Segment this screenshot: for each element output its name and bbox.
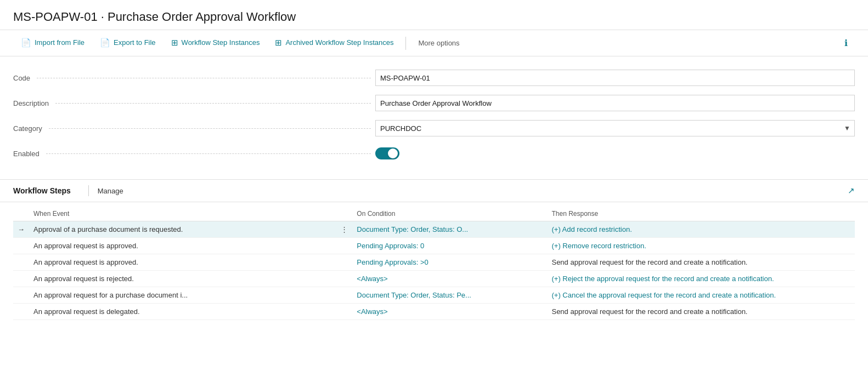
row-then-response[interactable]: (+) Cancel the approval request for the …: [547, 287, 855, 304]
category-select[interactable]: PURCHDOC: [375, 120, 855, 136]
code-row: Code: [13, 67, 855, 88]
description-label: Description: [13, 99, 375, 107]
page-title: MS-POAPW-01 · Purchase Order Approval Wo…: [13, 10, 855, 24]
row-on-condition[interactable]: Document Type: Order, Status: O...: [352, 221, 547, 238]
row-context-menu-button: [336, 304, 352, 320]
row-when-event: An approval request is delegated.: [29, 304, 336, 320]
row-arrow: →: [13, 221, 29, 238]
import-from-file-button[interactable]: 📄 Import from File: [13, 30, 92, 56]
row-then-response: Send approval request for the record and…: [547, 254, 855, 271]
row-on-condition[interactable]: Document Type: Order, Status: Pe...: [352, 287, 547, 304]
category-select-wrap: PURCHDOC ▼: [375, 120, 855, 136]
form-section: Code Description Category PURCHDOC ▼ Ena…: [0, 56, 868, 180]
workflow-steps-title: Workflow Steps: [13, 186, 80, 195]
row-arrow: [13, 287, 29, 304]
table-header-row: When Event On Condition Then Response: [13, 207, 855, 221]
export-to-file-button[interactable]: 📄 Export to File: [92, 30, 164, 56]
col-when-event-header: When Event: [29, 207, 336, 221]
row-on-condition[interactable]: <Always>: [352, 304, 547, 320]
archived-workflow-step-instances-button[interactable]: ⊞ Archived Workflow Step Instances: [267, 30, 401, 56]
row-when-event: Approval of a purchase document is reque…: [29, 221, 336, 238]
row-arrow: [13, 254, 29, 271]
expand-icon[interactable]: ↗: [848, 186, 855, 196]
row-on-condition[interactable]: Pending Approvals: 0: [352, 238, 547, 254]
row-context-menu-button: [336, 271, 352, 287]
more-options-button[interactable]: More options: [410, 30, 467, 56]
row-then-response[interactable]: (+) Remove record restriction.: [547, 238, 855, 254]
description-row: Description: [13, 93, 855, 113]
import-icon: 📄: [21, 38, 31, 48]
table-body: →Approval of a purchase document is requ…: [13, 221, 855, 320]
toggle-knob: [388, 149, 398, 158]
table-row: An approval request is approved.Pending …: [13, 238, 855, 254]
row-when-event: An approval request for a purchase docum…: [29, 287, 336, 304]
code-input[interactable]: [375, 70, 855, 86]
row-when-event: An approval request is approved.: [29, 254, 336, 271]
table-icon-1: ⊞: [171, 38, 178, 48]
workflow-steps-header: Workflow Steps Manage ↗: [0, 180, 868, 202]
row-arrow: [13, 238, 29, 254]
row-context-menu-button: [336, 254, 352, 271]
enabled-row: Enabled: [13, 143, 855, 164]
toolbar: 📄 Import from File 📄 Export to File ⊞ Wo…: [0, 30, 868, 56]
page-header: MS-POAPW-01 · Purchase Order Approval Wo…: [0, 0, 868, 30]
workflow-steps-table-wrap: When Event On Condition Then Response →A…: [0, 202, 868, 329]
table-row: An approval request is rejected.<Always>…: [13, 271, 855, 287]
col-on-condition-header: On Condition: [352, 207, 547, 221]
info-button[interactable]: ℹ: [837, 35, 855, 52]
category-label: Category: [13, 124, 375, 133]
workflow-step-instances-button[interactable]: ⊞ Workflow Step Instances: [164, 30, 268, 56]
row-when-event: An approval request is approved.: [29, 238, 336, 254]
table-row: An approval request is approved.Pending …: [13, 254, 855, 271]
row-context-menu-button: [336, 287, 352, 304]
row-arrow: [13, 304, 29, 320]
table-row: An approval request for a purchase docum…: [13, 287, 855, 304]
enabled-toggle-wrap: [375, 147, 399, 159]
table-icon-2: ⊞: [275, 38, 282, 48]
table-row: →Approval of a purchase document is requ…: [13, 221, 855, 238]
table-row: An approval request is delegated.<Always…: [13, 304, 855, 320]
row-when-event: An approval request is rejected.: [29, 271, 336, 287]
category-row: Category PURCHDOC ▼: [13, 118, 855, 139]
col-then-response-header: Then Response: [547, 207, 855, 221]
enabled-label: Enabled: [13, 150, 375, 158]
enabled-toggle[interactable]: [375, 147, 399, 159]
toolbar-separator: [405, 37, 406, 50]
row-then-response: Send approval request for the record and…: [547, 304, 855, 320]
manage-button[interactable]: Manage: [98, 187, 123, 195]
col-arrow-header: [13, 207, 29, 221]
row-on-condition[interactable]: <Always>: [352, 271, 547, 287]
row-then-response[interactable]: (+) Reject the approval request for the …: [547, 271, 855, 287]
row-then-response[interactable]: (+) Add record restriction.: [547, 221, 855, 238]
row-on-condition[interactable]: Pending Approvals: >0: [352, 254, 547, 271]
export-icon: 📄: [100, 38, 110, 48]
row-context-menu-button[interactable]: ⋮: [336, 221, 352, 238]
row-arrow: [13, 271, 29, 287]
description-input[interactable]: [375, 95, 855, 111]
workflow-steps-table: When Event On Condition Then Response →A…: [13, 207, 855, 320]
row-context-menu-button: [336, 238, 352, 254]
col-dots-header: [336, 207, 352, 221]
steps-divider: [88, 185, 89, 196]
code-label: Code: [13, 74, 375, 82]
